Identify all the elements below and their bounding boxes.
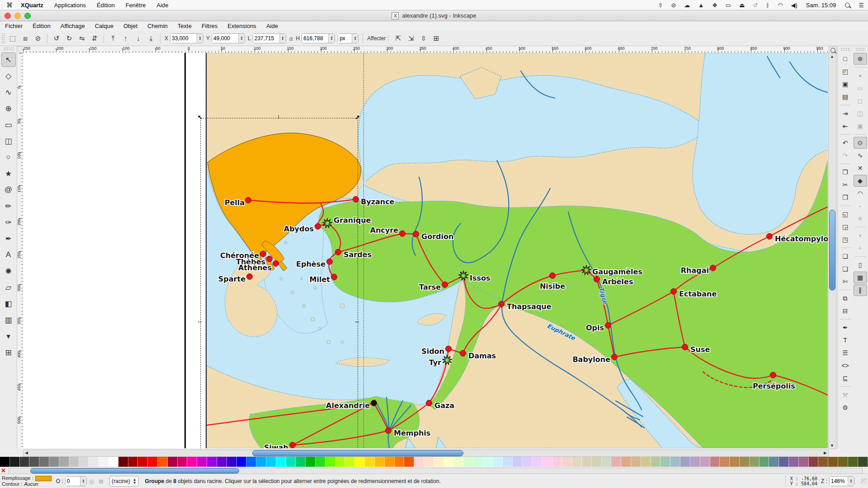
menu-édition[interactable]: Édition (28, 23, 56, 29)
minimize-window-button[interactable] (14, 13, 21, 19)
bezier-tool[interactable]: ✑ (1, 215, 16, 230)
zoom-window-button[interactable] (24, 13, 31, 19)
layer-selector[interactable]: (racine) ▲▼ (109, 476, 139, 487)
palette-swatch[interactable] (29, 457, 39, 467)
duplicate-button[interactable]: ❏ (839, 250, 852, 262)
palette-swatch[interactable] (651, 457, 661, 467)
palette-swatch[interactable] (542, 457, 552, 467)
selection-rectangle[interactable] (200, 118, 358, 448)
ungroup-button[interactable]: ⊟ (839, 305, 852, 317)
city-thapsaque[interactable]: Thapsaque (499, 301, 552, 311)
vertical-scrollbar-thumb[interactable] (829, 210, 835, 291)
connector-tool[interactable]: ⊞ (1, 345, 16, 360)
close-window-button[interactable] (5, 13, 11, 19)
eject-icon[interactable]: ⏏ (739, 2, 745, 9)
document-properties-button[interactable]: ⚙ (839, 402, 852, 413)
zoom-drawing-button[interactable]: ◲ (839, 221, 852, 233)
palette-swatch[interactable] (266, 457, 276, 467)
import-button[interactable]: ⇥ (839, 108, 852, 119)
scroll-up-arrow[interactable]: ▲ (830, 54, 834, 59)
resize-grip[interactable] (861, 478, 867, 484)
text-dialog-button[interactable]: T (839, 334, 852, 346)
rotate-ccw-button[interactable]: ↺ (51, 33, 62, 44)
unit-select-arrows[interactable]: ▲▼ (352, 34, 358, 43)
palette-swatch[interactable] (355, 457, 365, 467)
palette-swatch[interactable] (20, 457, 30, 467)
node-editor-tool[interactable]: ◇ (1, 69, 16, 83)
zoom-tool[interactable]: ⊕ (1, 101, 16, 116)
box3d-tool[interactable]: ◫ (1, 134, 16, 148)
apple-menu-icon[interactable]: ⌘ (6, 1, 13, 9)
eraser-tool[interactable]: ▱ (1, 280, 16, 295)
h-field-spinner[interactable]: ▲▼ (328, 34, 335, 43)
layer-visibility-icon[interactable]: ◎ (89, 478, 94, 485)
unlink-clone-button[interactable]: ✄ (839, 276, 852, 287)
palette-swatch[interactable] (187, 457, 197, 467)
snap-bbox-corner-toggle[interactable]: ◻ (854, 95, 867, 107)
bluetooth-icon[interactable]: ᛒ (766, 2, 769, 9)
palette-swatch[interactable] (49, 457, 59, 467)
palette-swatch[interactable] (740, 457, 750, 467)
volume-icon[interactable]: ◀) (791, 2, 797, 9)
palette-swatch[interactable] (582, 457, 592, 467)
palette-swatch[interactable] (89, 457, 99, 467)
palette-swatch[interactable] (592, 457, 602, 467)
palette-swatch[interactable] (769, 457, 779, 467)
toolbar-drag-handle[interactable] (1, 33, 5, 44)
ellipse-tool[interactable]: ○ (1, 150, 16, 164)
palette-swatch[interactable] (690, 457, 700, 467)
palette-swatch[interactable] (434, 457, 444, 467)
fill-color-swatch[interactable] (35, 476, 52, 481)
snap-bbox-edge-toggle[interactable]: ▭ (854, 82, 867, 94)
palette-swatch[interactable] (552, 457, 562, 467)
snap-bbox-center-toggle[interactable]: ▣ (854, 120, 867, 132)
palette-swatch[interactable] (660, 457, 670, 467)
handle-top-left[interactable]: ↖ (198, 115, 203, 120)
zoom-page-button[interactable]: ◳ (839, 234, 852, 245)
palette-swatch[interactable] (118, 457, 128, 467)
opacity-input[interactable] (66, 477, 80, 486)
palette-none-swatch[interactable]: ✕ (1, 467, 6, 474)
palette-swatch[interactable] (385, 457, 395, 467)
snap-rotation-center-toggle[interactable]: ◦ (854, 230, 867, 241)
palette-swatch[interactable] (424, 457, 434, 467)
palette-swatch[interactable] (178, 457, 188, 467)
spray-tool[interactable]: ✺ (1, 264, 16, 278)
paste-button[interactable]: ❒ (839, 192, 852, 203)
palette-swatch[interactable] (611, 457, 621, 467)
palette-swatch[interactable] (720, 457, 730, 467)
raise-button[interactable]: ↑ (120, 33, 132, 44)
palette-swatch[interactable] (670, 457, 680, 467)
cut-button[interactable]: ✂ (839, 179, 852, 191)
palette-swatch[interactable] (533, 457, 542, 467)
palette-swatch[interactable] (700, 457, 710, 467)
network-off-icon[interactable]: ⊘ (671, 2, 676, 9)
zoom-selection-button[interactable]: ◱ (839, 208, 852, 220)
xml-editor-button[interactable]: <> (839, 360, 852, 371)
dropbox-icon[interactable]: ❖ (712, 2, 717, 9)
horizontal-scrollbar-thumb[interactable] (252, 450, 463, 456)
macos-menu-applications[interactable]: Applications (54, 2, 86, 9)
fill-stroke-indicator[interactable]: Remplissage : Contour : Aucun (2, 475, 52, 487)
rectangle-tool[interactable]: ▭ (1, 117, 16, 132)
palette-swatch[interactable] (345, 457, 355, 467)
palette-swatch[interactable] (621, 457, 631, 467)
select-all-button[interactable]: ⬚ (7, 33, 19, 44)
zoom-input[interactable] (830, 477, 848, 486)
snap-text-baseline-toggle[interactable]: + (854, 242, 867, 254)
palette-swatch[interactable] (453, 457, 463, 467)
palette-swatch[interactable] (680, 457, 690, 467)
tweak-tool[interactable]: ∿ (1, 85, 16, 99)
palette-swatch[interactable] (256, 457, 266, 467)
palette-swatch[interactable] (296, 457, 306, 467)
bucket-tool[interactable]: ◧ (1, 296, 16, 311)
palette-swatch[interactable] (168, 457, 178, 467)
spotlight-icon[interactable] (845, 3, 850, 8)
y-field[interactable] (212, 34, 238, 43)
palette-swatch[interactable] (158, 457, 168, 467)
opacity-spinner[interactable]: ▲▼ (80, 477, 86, 486)
raise-to-top-button[interactable]: ⤒ (107, 33, 119, 44)
palette-swatch[interactable] (473, 457, 483, 467)
palette-scrollbar[interactable] (8, 468, 863, 474)
handle-mid-left[interactable]: ↔ (197, 319, 203, 324)
